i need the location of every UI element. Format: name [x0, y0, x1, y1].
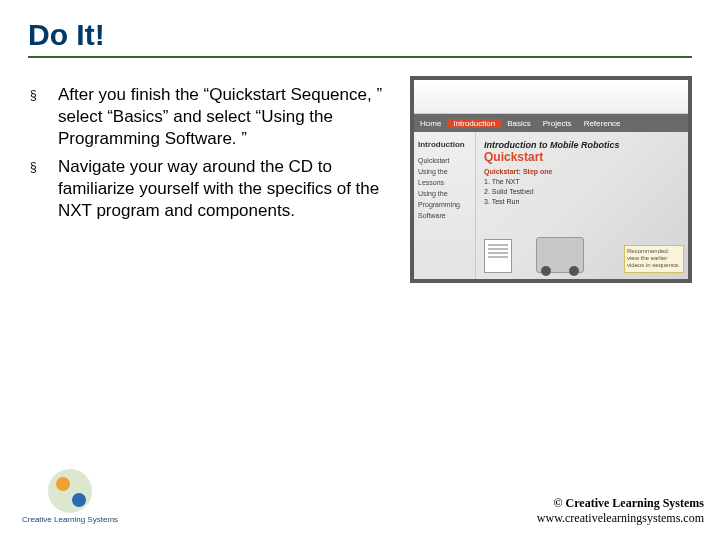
- tab: Home: [414, 119, 447, 128]
- thumb-body: Introduction Quickstart Using the Lesson…: [414, 132, 688, 279]
- slide-title: Do It!: [28, 18, 692, 58]
- bullet-text: After you finish the “Quickstart Sequenc…: [58, 84, 394, 150]
- thumb-sidebar: Introduction Quickstart Using the Lesson…: [414, 132, 476, 279]
- step: 2. Solid Testbed: [484, 187, 682, 197]
- thumb-subtitle: Quickstart: [484, 150, 682, 164]
- sidebar-head: Introduction: [418, 140, 471, 149]
- robot-icon: [536, 237, 584, 273]
- step-heading: Quickstart: Step one: [484, 168, 682, 175]
- copyright: © Creative Learning Systems: [537, 496, 704, 511]
- thumb-main: Introduction to Mobile Robotics Quicksta…: [476, 132, 688, 279]
- thumb-header: [414, 80, 688, 114]
- list-item: § Navigate your way around the CD to fam…: [28, 156, 394, 222]
- tab: Introduction: [447, 119, 501, 128]
- logo-text: Creative Learning Systems: [22, 515, 118, 524]
- embedded-screenshot: Home Introduction Basics Projects Refere…: [410, 76, 692, 283]
- thumb-tabs: Home Introduction Basics Projects Refere…: [414, 114, 688, 132]
- step: 3. Test Run: [484, 197, 682, 207]
- sidebar-item: Using the Programming Software: [418, 188, 471, 221]
- slide: Do It! § After you finish the “Quickstar…: [0, 0, 720, 540]
- thumb-title: Introduction to Mobile Robotics: [484, 140, 682, 150]
- bullet-icon: §: [28, 84, 58, 150]
- tab: Projects: [537, 119, 578, 128]
- content-row: § After you finish the “Quickstart Seque…: [28, 76, 692, 283]
- sidebar-item: Quickstart: [418, 155, 471, 166]
- logo-icon: [48, 469, 92, 513]
- tab: Basics: [501, 119, 537, 128]
- note-box: Recommended: view the earlier videos in …: [624, 245, 684, 273]
- paper-icon: [484, 239, 512, 273]
- step: 1. The NXT: [484, 177, 682, 187]
- list-item: § After you finish the “Quickstart Seque…: [28, 84, 394, 150]
- sidebar-item: Using the Lessons: [418, 166, 471, 188]
- bullet-icon: §: [28, 156, 58, 222]
- footer-url: www.creativelearningsystems.com: [537, 511, 704, 526]
- bullet-text: Navigate your way around the CD to famil…: [58, 156, 394, 222]
- footer-credit: © Creative Learning Systems www.creative…: [537, 496, 704, 526]
- footer-logo: Creative Learning Systems: [22, 469, 118, 524]
- bullet-list: § After you finish the “Quickstart Seque…: [28, 76, 394, 283]
- tab: Reference: [578, 119, 627, 128]
